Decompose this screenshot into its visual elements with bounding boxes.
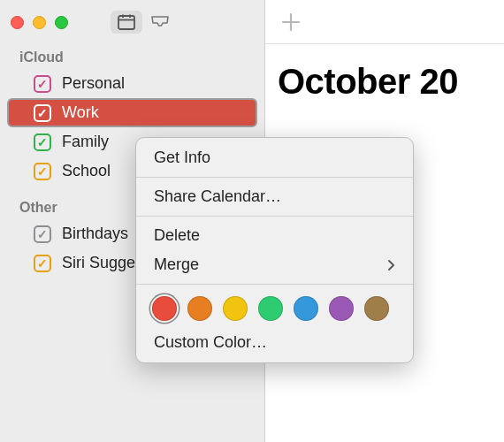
sidebar-item-work[interactable]: Work	[7, 98, 257, 127]
checkbox-icon[interactable]	[34, 225, 51, 243]
minimize-icon[interactable]	[33, 16, 46, 29]
section-header: iCloud	[0, 44, 264, 69]
calendar-list-button[interactable]	[111, 11, 142, 34]
calendar-label: School	[62, 162, 111, 180]
month-title: October 20	[265, 44, 504, 102]
calendar-label: Personal	[62, 74, 125, 93]
calendar-label: Work	[62, 103, 99, 122]
zoom-icon[interactable]	[55, 16, 68, 29]
add-event-button[interactable]	[281, 12, 301, 32]
color-swatch-blue[interactable]	[294, 296, 318, 321]
menu-get-info[interactable]: Get Info	[136, 143, 413, 172]
inbox-icon	[150, 15, 170, 29]
menu-share-calendar[interactable]: Share Calendar…	[136, 182, 413, 211]
plus-icon	[281, 12, 301, 32]
calendar-icon	[118, 14, 135, 30]
menu-separator	[136, 177, 413, 178]
checkbox-icon[interactable]	[34, 104, 51, 122]
menu-separator	[136, 284, 413, 285]
color-swatch-orange[interactable]	[187, 296, 212, 321]
menu-delete[interactable]: Delete	[136, 221, 413, 250]
main-toolbar	[265, 0, 504, 44]
checkbox-icon[interactable]	[34, 163, 51, 180]
menu-custom-color[interactable]: Custom Color…	[136, 328, 413, 357]
chevron-right-icon	[388, 260, 395, 271]
titlebar	[0, 0, 264, 44]
svg-rect-0	[118, 16, 134, 29]
calendar-label: Birthdays	[62, 225, 128, 243]
color-swatch-red[interactable]	[152, 296, 177, 321]
context-menu: Get Info Share Calendar… Delete Merge Cu…	[135, 137, 414, 363]
checkbox-icon[interactable]	[34, 133, 51, 151]
color-swatch-purple[interactable]	[329, 296, 354, 321]
menu-separator	[136, 216, 413, 217]
menu-merge[interactable]: Merge	[136, 250, 413, 279]
color-swatch-brown[interactable]	[364, 296, 389, 321]
color-swatch-green[interactable]	[258, 296, 283, 321]
color-swatches	[136, 289, 413, 328]
checkbox-icon[interactable]	[34, 255, 51, 272]
calendar-label: Family	[62, 133, 109, 151]
checkbox-icon[interactable]	[34, 75, 51, 93]
close-icon[interactable]	[11, 16, 24, 29]
traffic-lights	[11, 16, 68, 29]
inbox-button[interactable]	[144, 11, 176, 34]
color-swatch-yellow[interactable]	[223, 296, 248, 321]
sidebar-item-personal[interactable]: Personal	[7, 69, 257, 98]
